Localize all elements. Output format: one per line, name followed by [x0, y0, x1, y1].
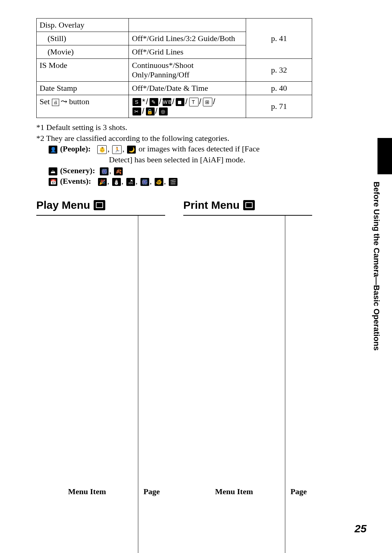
- print-icon: [243, 200, 255, 210]
- footnote-2: *2 They are classified according to the …: [36, 133, 312, 143]
- scenery-category-icon: ⛰: [49, 167, 57, 175]
- footnote-people: 👤 (People): 👶, 🏃, 🌙 or images with faces…: [36, 144, 312, 154]
- mode-icon: ◼: [176, 98, 184, 106]
- scene-icon: ⛄: [112, 178, 121, 186]
- side-tab-icon: [377, 138, 392, 174]
- events-category-icon: 📅: [49, 178, 57, 186]
- cell-movie-opts: Off*/Grid Lines: [129, 45, 246, 59]
- mode-icon: ✂: [132, 107, 141, 115]
- cell-page-dispoverlay: p. 41: [246, 19, 312, 59]
- header-menuitem: Menu Item: [183, 215, 285, 553]
- scene-icon: 🎆: [140, 178, 149, 186]
- label: (Scenery):: [60, 166, 95, 175]
- mode-icon: ◎: [159, 107, 168, 115]
- table-header-row: Menu Item Page: [36, 215, 165, 553]
- cell-page-setbutton: p. 71: [246, 95, 312, 118]
- footnote-1: *1 Default setting is 3 shots.: [36, 122, 312, 133]
- label: (Events):: [60, 176, 91, 186]
- people-category-icon: 👤: [49, 146, 57, 154]
- print-menu-column: Print Menu Menu Item Page Printp. 107Sel…: [183, 199, 312, 553]
- mode-icon: ✎: [150, 98, 158, 106]
- scene-icon: 👶: [97, 145, 107, 154]
- scene-icon: 🍂: [114, 167, 123, 175]
- scene-icon: 🎉: [98, 178, 107, 186]
- header-page: Page: [285, 215, 312, 553]
- print-menu-heading: Print Menu: [183, 199, 312, 211]
- play-menu-table: Menu Item Page Slide Showp. 97My Categor…: [36, 215, 165, 553]
- cell-ismode-opts: Continuous*/Shoot Only/Panning/Off: [129, 59, 246, 82]
- cell-disp-overlay: Disp. Overlay: [37, 19, 129, 32]
- label: (People):: [60, 144, 91, 153]
- mode-icon: S: [132, 98, 141, 106]
- footnote-scenery: ⛰ (Scenery): 🎆, 🍂: [36, 166, 312, 176]
- page: Before Using the Camera—Basic Operations…: [0, 0, 392, 553]
- scene-icon: 🐠: [155, 178, 163, 186]
- page-number: 25: [355, 522, 367, 535]
- table-row: Set 🖨⤳ button S*/✎/WB/◼/T/⊞/ ✂/🔒/◎ p. 71: [37, 95, 312, 118]
- cell-empty: [129, 19, 246, 32]
- text: or images with faces detected if [Face: [139, 144, 260, 153]
- print-menu-table: Menu Item Page Printp. 107Select Images …: [183, 215, 312, 553]
- table-header-row: Menu Item Page: [183, 215, 312, 553]
- side-section-label: Before Using the Camera—Basic Operations: [369, 182, 381, 351]
- scene-icon: 🏃: [112, 145, 122, 154]
- cell-still-opts: Off*/Grid Lines/3:2 Guide/Both: [129, 32, 246, 45]
- table-row: Date Stamp Off*/Date/Date & Time p. 40: [37, 82, 312, 95]
- play-menu-heading: Play Menu: [36, 199, 165, 211]
- header-menuitem: Menu Item: [36, 215, 138, 553]
- cell-setbutton-icons: S*/✎/WB/◼/T/⊞/ ✂/🔒/◎: [129, 95, 246, 118]
- footnote-people-line2: Detect] has been selected in [AiAF] mode…: [36, 155, 312, 165]
- print-shortcut-icon: 🖨: [52, 99, 59, 106]
- cell-ismode: IS Mode: [37, 59, 129, 82]
- menu-columns: Play Menu Menu Item Page Slide Showp. 97…: [36, 199, 370, 553]
- mode-icon: ⊞: [203, 98, 212, 106]
- header-page: Page: [138, 215, 165, 553]
- scene-icon: 🌙: [127, 146, 136, 154]
- scene-icon: 🎬: [169, 178, 177, 186]
- cell-still: (Still): [37, 32, 129, 45]
- cell-datestamp: Date Stamp: [37, 82, 129, 95]
- cell-page-ismode: p. 32: [246, 59, 312, 82]
- footnote-events: 📅 (Events): 🎉, ⛄, 🏖, 🎆, 🐠, 🎬: [36, 176, 312, 186]
- table-row: IS Mode Continuous*/Shoot Only/Panning/O…: [37, 59, 312, 82]
- settings-table-continued: Disp. Overlay p. 41 (Still) Off*/Grid Li…: [36, 18, 312, 118]
- mode-icon: T: [189, 98, 199, 106]
- text: button: [67, 97, 90, 106]
- footnotes: *1 Default setting is 3 shots. *2 They a…: [36, 122, 312, 186]
- heading-text: Print Menu: [183, 199, 240, 211]
- mode-icon: WB: [163, 98, 171, 106]
- play-menu-column: Play Menu Menu Item Page Slide Showp. 97…: [36, 199, 165, 553]
- scene-icon: 🏖: [126, 178, 135, 186]
- scene-icon: 🎆: [100, 167, 109, 175]
- cell-setbutton-label: Set 🖨⤳ button: [37, 95, 129, 118]
- cell-datestamp-opts: Off*/Date/Date & Time: [129, 82, 246, 95]
- heading-text: Play Menu: [36, 199, 90, 211]
- mode-icon: 🔒: [146, 107, 155, 115]
- play-icon: [94, 200, 105, 210]
- table-row: Disp. Overlay p. 41: [37, 19, 312, 32]
- text: Set: [40, 97, 52, 106]
- cell-movie: (Movie): [37, 45, 129, 59]
- cell-page-datestamp: p. 40: [246, 82, 312, 95]
